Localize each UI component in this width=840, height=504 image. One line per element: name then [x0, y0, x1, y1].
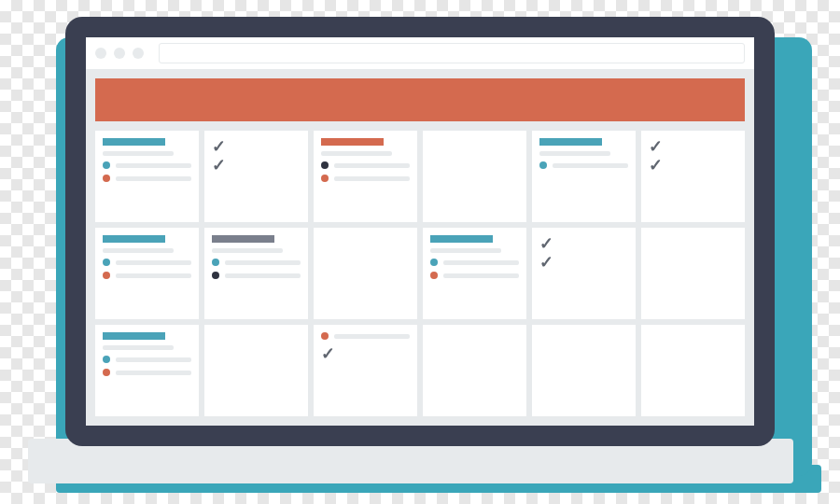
list-item	[212, 272, 301, 279]
list-item	[103, 356, 191, 363]
text-line	[103, 151, 174, 156]
bullet-icon	[103, 356, 110, 363]
list-item	[103, 161, 191, 169]
card-accent	[321, 138, 384, 146]
text-line	[103, 248, 174, 253]
text-line	[443, 273, 519, 278]
grid-cell[interactable]	[314, 228, 417, 319]
screen: ✓✓✓✓✓✓✓	[86, 37, 754, 426]
address-bar[interactable]	[159, 43, 745, 63]
check-list: ✓✓	[539, 235, 628, 271]
list-item	[321, 161, 410, 169]
list-item	[430, 259, 519, 266]
list-item	[321, 175, 410, 182]
window-titlebar	[86, 37, 754, 69]
laptop-frame: ✓✓✓✓✓✓✓	[65, 17, 775, 446]
window-button-min[interactable]	[114, 48, 125, 59]
text-line	[553, 163, 628, 168]
text-line	[116, 176, 191, 181]
text-line	[116, 357, 191, 362]
text-line	[334, 176, 410, 181]
content-grid: ✓✓✓✓✓✓✓	[86, 131, 754, 426]
bullet-icon	[103, 175, 110, 182]
list-item	[103, 369, 191, 376]
text-line	[225, 260, 301, 265]
list-item	[539, 161, 628, 169]
check-icon: ✓	[649, 157, 663, 174]
text-line	[116, 371, 191, 375]
list-item	[430, 272, 519, 279]
text-line	[334, 334, 410, 339]
grid-cell[interactable]: ✓	[314, 325, 417, 416]
text-line	[116, 260, 191, 265]
grid-cell[interactable]	[423, 325, 526, 416]
check-icon: ✓	[212, 157, 226, 174]
bullet-icon	[103, 259, 110, 266]
card-accent	[212, 235, 274, 243]
text-line	[225, 273, 301, 278]
grid-cell[interactable]	[314, 131, 417, 222]
window-button-close[interactable]	[95, 48, 106, 59]
bullet-icon	[430, 272, 438, 279]
grid-cell[interactable]	[641, 228, 745, 319]
check-icon: ✓	[321, 345, 410, 362]
grid-cell[interactable]	[95, 325, 199, 416]
grid-cell[interactable]	[95, 228, 199, 319]
grid-cell[interactable]: ✓✓	[532, 228, 636, 319]
text-line	[103, 345, 174, 350]
check-icon: ✓	[539, 235, 553, 252]
bullet-icon	[212, 272, 219, 279]
bullet-icon	[103, 272, 110, 279]
bullet-icon	[212, 259, 219, 266]
bullet-icon	[321, 161, 329, 169]
bullet-icon	[430, 259, 438, 266]
text-line	[212, 248, 283, 253]
grid-cell[interactable]	[423, 131, 526, 222]
bullet-icon	[539, 161, 547, 169]
page-header-band	[95, 78, 745, 121]
text-line	[116, 163, 191, 168]
list-item	[103, 272, 191, 279]
grid-cell[interactable]	[532, 325, 636, 416]
list-item	[103, 175, 191, 182]
window-button-max[interactable]	[133, 48, 144, 59]
bullet-icon	[103, 369, 110, 376]
list-item	[321, 332, 410, 340]
card-accent	[103, 138, 165, 146]
grid-cell[interactable]	[204, 325, 308, 416]
card-accent	[539, 138, 602, 146]
grid-cell[interactable]	[204, 228, 308, 319]
grid-cell[interactable]: ✓✓	[204, 131, 308, 222]
card-accent	[430, 235, 493, 243]
list-item	[212, 259, 301, 266]
check-icon: ✓	[212, 138, 226, 155]
bullet-icon	[321, 332, 329, 340]
grid-cell[interactable]	[423, 228, 526, 319]
grid-cell[interactable]	[95, 131, 199, 222]
text-line	[430, 248, 501, 253]
grid-cell[interactable]	[532, 131, 636, 222]
text-line	[443, 260, 519, 265]
card-accent	[103, 332, 165, 340]
bullet-icon	[103, 161, 110, 169]
bullet-icon	[321, 175, 329, 182]
text-line	[539, 151, 610, 156]
card-accent	[103, 235, 165, 243]
check-icon: ✓	[539, 254, 553, 271]
list-item	[103, 259, 191, 266]
check-icon: ✓	[649, 138, 663, 155]
check-list: ✓✓	[212, 138, 301, 174]
grid-cell[interactable]	[641, 325, 745, 416]
text-line	[116, 273, 191, 278]
text-line	[334, 163, 410, 168]
check-list: ✓✓	[649, 138, 737, 174]
text-line	[321, 151, 392, 156]
grid-cell[interactable]: ✓✓	[641, 131, 745, 222]
